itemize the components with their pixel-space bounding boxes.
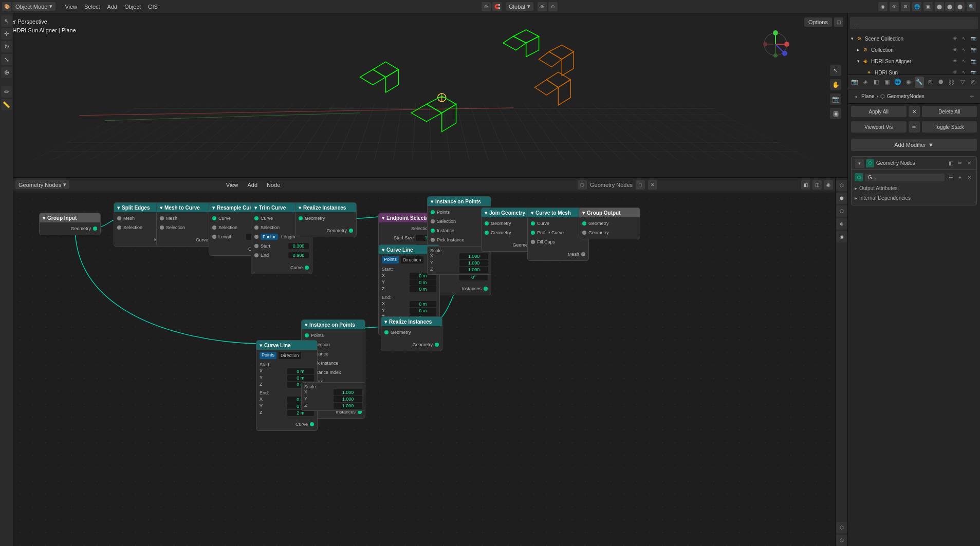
node-menu-node[interactable]: Node <box>264 181 283 189</box>
node-overlay-icon[interactable]: ◫ <box>812 180 822 190</box>
right-strip-icon-2[interactable]: ⬢ <box>836 193 847 204</box>
shading-render-icon[interactable]: ⬤ <box>955 2 965 11</box>
tab-render[interactable]: 📷 <box>850 77 860 88</box>
blender-logo-icon[interactable]: 🎨 <box>2 2 11 11</box>
outliner-item-scene-collection[interactable]: ▾ ⚙ Scene Collection 👁 ↖ 📷 <box>848 33 980 44</box>
sc-view-icon[interactable]: 👁 <box>951 35 958 42</box>
viewport-hand-icon[interactable]: ✋ <box>830 79 841 90</box>
menu-select[interactable]: Select <box>81 3 103 11</box>
node-menu-add[interactable]: Add <box>245 181 261 189</box>
tool-scale-icon[interactable]: ⤡ <box>1 54 12 65</box>
modifier-name-field[interactable] <box>876 160 945 166</box>
right-strip-icon-1[interactable]: ⬡ <box>836 180 847 191</box>
tool-measure-icon[interactable]: 📏 <box>1 99 12 110</box>
viewport-grid-icon[interactable]: ▣ <box>830 108 841 119</box>
viewport-vis-edit-button[interactable]: ✏ <box>909 121 920 133</box>
hs-render-icon[interactable]: 📷 <box>970 69 977 75</box>
tab-material[interactable]: ◎ <box>968 77 978 88</box>
viewport-cursor-icon[interactable]: ↖ <box>830 65 841 76</box>
apply-all-close-button[interactable]: ✕ <box>909 106 920 117</box>
output-attributes-section[interactable]: ▸ Output Attributes <box>855 184 973 192</box>
tab-output[interactable]: ◈ <box>861 77 871 88</box>
node-tree-unlink-icon[interactable]: ✕ <box>965 173 973 181</box>
node-shading-icon[interactable]: ◉ <box>824 180 833 190</box>
snap-icon[interactable]: 🧲 <box>492 2 502 11</box>
transform-icon[interactable]: ⊕ <box>482 2 491 11</box>
node-menu-view[interactable]: View <box>223 181 242 189</box>
col-view-icon[interactable]: 👁 <box>951 46 958 53</box>
tab-constraints[interactable]: ⛓ <box>947 77 956 88</box>
settings-icon[interactable]: ⚙ <box>901 2 910 11</box>
tab-scene[interactable]: ▣ <box>882 77 892 88</box>
node-type-selector[interactable]: Geometry Nodes ▾ <box>15 180 69 189</box>
right-strip-icon-4[interactable]: ⊕ <box>836 218 847 230</box>
tool-rotate-icon[interactable]: ↻ <box>1 41 12 52</box>
hsa-select-icon[interactable]: ↖ <box>960 58 968 65</box>
options-button[interactable]: Options <box>804 17 832 27</box>
node-tree-name[interactable]: G... <box>865 174 945 181</box>
tab-world[interactable]: 🌐 <box>893 77 903 88</box>
hsa-render-icon[interactable]: 📷 <box>970 58 977 65</box>
node-header-slot[interactable]: □ <box>636 180 645 190</box>
toggle-stack-button[interactable]: Toggle Stack <box>922 121 977 133</box>
outliner-item-hdri-sun-aligner[interactable]: ▾ ◉ HDRI Sun Aligner 👁 ↖ 📷 <box>848 55 980 67</box>
col-select-icon[interactable]: ↖ <box>960 46 968 53</box>
node-group-output[interactable]: ▾ Group Output Geometry Geometry <box>579 208 640 239</box>
viewport-overlay-icon[interactable]: ◫ <box>834 17 843 27</box>
viewport-camera-icon[interactable]: 📷 <box>830 93 841 105</box>
modifier-delete-icon[interactable]: ✕ <box>965 159 973 167</box>
tab-object[interactable]: ◉ <box>904 77 914 88</box>
tool-select-icon[interactable]: ↖ <box>1 15 12 27</box>
right-strip-icon-5[interactable]: ◉ <box>836 231 847 242</box>
tool-move-icon[interactable]: ✛ <box>1 28 12 40</box>
node-tree-browse-icon[interactable]: ☰ <box>947 173 955 181</box>
display-icon[interactable]: ▣ <box>923 2 933 11</box>
node-sidebar-toggle[interactable]: ◧ <box>801 180 810 190</box>
node-tree-new-icon[interactable]: + <box>956 173 964 181</box>
col-render-icon[interactable]: 📷 <box>970 46 977 53</box>
object-mode-selector[interactable]: Object Mode ▾ <box>12 2 56 11</box>
node-canvas[interactable]: ▾ Group Input Geometry ▾ Split Edges M <box>13 192 847 546</box>
tab-data[interactable]: ▽ <box>957 77 967 88</box>
outliner-item-collection[interactable]: ▸ ⚙ Collection 👁 ↖ 📷 <box>848 44 980 55</box>
shading-solid-icon[interactable]: ⬤ <box>935 2 944 11</box>
tab-particles[interactable]: ◎ <box>925 77 935 88</box>
menu-gis[interactable]: GIS <box>145 3 161 11</box>
tool-transform-icon[interactable]: ⊕ <box>1 67 12 78</box>
hsa-view-icon[interactable]: 👁 <box>951 58 958 65</box>
proportional-icon[interactable]: ⊙ <box>548 2 558 11</box>
sc-select-icon[interactable]: ↖ <box>960 35 968 42</box>
menu-object[interactable]: Object <box>121 3 144 11</box>
internal-deps-section[interactable]: ▸ Internal Dependencies <box>855 194 973 202</box>
tab-modifier[interactable]: 🔧 <box>915 77 924 88</box>
breadcrumb-edit-icon[interactable]: ✏ <box>969 93 976 100</box>
breadcrumb-back-icon[interactable]: ◂ <box>852 93 859 100</box>
node-header-close[interactable]: ✕ <box>648 180 657 190</box>
transform-selector[interactable]: Global ▾ <box>506 2 533 11</box>
modifier-display-icon[interactable]: ◧ <box>947 159 955 167</box>
render-icon[interactable]: ◉ <box>878 2 887 11</box>
right-strip-icon-7[interactable]: ⬡ <box>836 535 847 546</box>
add-modifier-button[interactable]: Add Modifier ▼ <box>851 139 977 151</box>
viewport-3d[interactable]: User Perspective (1) HDRI Sun Aligner | … <box>0 13 847 178</box>
viewport-gizmo[interactable] <box>760 29 791 60</box>
modifier-expand-icon[interactable]: ▾ <box>855 159 864 168</box>
tab-physics[interactable]: ⬣ <box>936 77 946 88</box>
node-realize-instances-2[interactable]: ▾ Realize Instances Geometry Geometry <box>381 316 442 351</box>
menu-add[interactable]: Add <box>104 3 121 11</box>
tool-annotate-icon[interactable]: ✏ <box>1 86 12 98</box>
outliner-search-input[interactable] <box>850 17 978 29</box>
modifier-name-input[interactable] <box>876 160 945 166</box>
menu-view[interactable]: View <box>62 3 80 11</box>
delete-all-button[interactable]: Delete All <box>922 106 977 117</box>
world-icon[interactable]: 🌐 <box>912 2 921 11</box>
shading-material-icon[interactable]: ⬤ <box>945 2 954 11</box>
node-realize-instances-1[interactable]: ▾ Realize Instances Geometry Geometry <box>295 202 357 237</box>
hs-view-icon[interactable]: 👁 <box>951 69 958 75</box>
view-icon[interactable]: 👁 <box>890 2 899 11</box>
hs-select-icon[interactable]: ↖ <box>960 69 968 75</box>
tab-view-layer[interactable]: ◧ <box>872 77 881 88</box>
right-strip-icon-3[interactable]: ⬡ <box>836 205 847 217</box>
pivot-icon[interactable]: ⊗ <box>538 2 547 11</box>
sc-render-icon[interactable]: 📷 <box>970 35 977 42</box>
